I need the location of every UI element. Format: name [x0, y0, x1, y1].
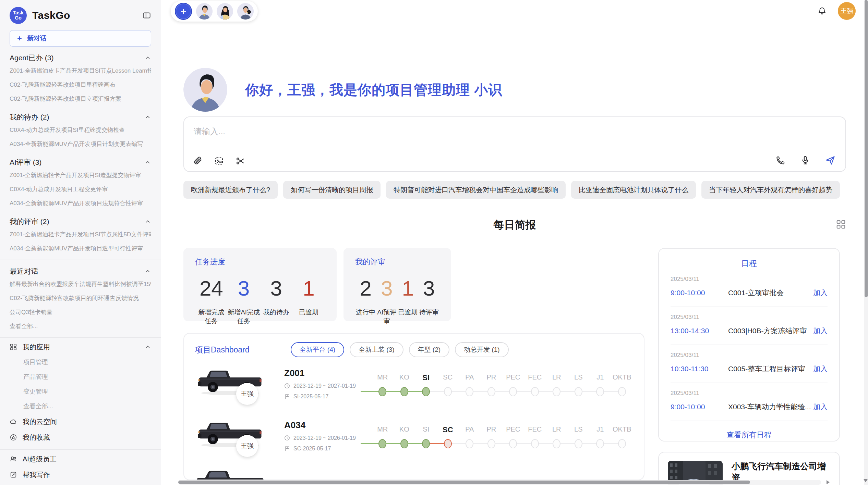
- milestone[interactable]: MR: [372, 373, 394, 396]
- sidebar-item-ai-staff[interactable]: AI超级员工: [10, 451, 151, 467]
- project-row[interactable]: 王强 Z001 2023-12-19 ~ 2027: [184, 358, 644, 410]
- dashboard-tab[interactable]: 年型 (2): [409, 342, 450, 357]
- suggestion-chip[interactable]: 比亚迪全固态电池计划具体说了什么: [571, 181, 696, 199]
- view-all-schedule-link[interactable]: 查看所有日程: [671, 430, 828, 440]
- milestone[interactable]: LR: [546, 373, 568, 396]
- milestone[interactable]: SI: [415, 373, 437, 396]
- conversation-item[interactable]: C0X4-动力总成开发项目工程变更评审: [10, 182, 151, 196]
- member-avatar[interactable]: [196, 3, 213, 20]
- recent-conversation-item[interactable]: C02-飞腾新能源轻客改款项目的闭环通告反馈情况: [10, 291, 151, 305]
- recent-section-header[interactable]: 最近对话: [10, 265, 151, 277]
- attach-icon[interactable]: [193, 156, 203, 166]
- dashboard-tabs: 全新平台 (4)全新上装 (3)年型 (2)动总开发 (1): [291, 342, 509, 357]
- suggestion-chip[interactable]: 特朗普可能对进口汽车增税会对中国车企造成哪些影响: [386, 181, 566, 199]
- milestone[interactable]: PR: [481, 425, 503, 448]
- conversation-item[interactable]: A034-全新新能源MUV产品开发项目造型可行性评审: [10, 241, 151, 256]
- project-row[interactable]: 王强 A034 2023-12-19 ~ 2026: [184, 410, 644, 462]
- panel-toggle-icon[interactable]: [142, 11, 151, 20]
- send-icon[interactable]: [825, 155, 836, 166]
- sidebar-item-draw[interactable]: 创意制图: [10, 483, 151, 485]
- app-link[interactable]: 变更管理: [10, 384, 151, 399]
- event-join-link[interactable]: 加入: [813, 402, 828, 412]
- conversation-item[interactable]: Z001-全新燃油轻卡产品开发项目SI节点属性5D文件评审: [10, 227, 151, 241]
- milestone[interactable]: FEC: [524, 425, 546, 448]
- stat-item: 3 新增AI完成任务: [228, 276, 260, 326]
- layout-grid-icon[interactable]: [836, 219, 846, 229]
- milestone[interactable]: LS: [568, 425, 590, 448]
- horizontal-scrollbar-thumb[interactable]: [178, 481, 750, 484]
- vertical-scrollbar[interactable]: [864, 0, 868, 485]
- scroll-down-arrow[interactable]: [864, 479, 868, 482]
- phone-icon[interactable]: [775, 155, 786, 165]
- conversation-item[interactable]: A034-全新新能源MUV产品开发项目计划变更表编写: [10, 137, 151, 151]
- dashboard-tab[interactable]: 全新平台 (4): [291, 342, 345, 357]
- new-chat-button[interactable]: 新对话: [10, 30, 151, 47]
- dashboard-tab[interactable]: 动总开发 (1): [455, 342, 509, 357]
- milestone[interactable]: FEC: [524, 373, 546, 396]
- milestone[interactable]: KO: [394, 425, 415, 448]
- recent-conversation-item[interactable]: 公司Q3轻卡销量: [10, 305, 151, 319]
- image-icon[interactable]: [214, 156, 224, 166]
- conversation-item[interactable]: C0X4-动力总成开发项目SI里程碑提交物检查: [10, 123, 151, 137]
- milestone[interactable]: SC: [437, 425, 459, 448]
- milestone[interactable]: PR: [481, 373, 503, 396]
- suggestion-chip[interactable]: 如何写一份清晰的项目周报: [283, 181, 381, 199]
- event-join-link[interactable]: 加入: [813, 326, 828, 336]
- milestone[interactable]: OKTB: [611, 425, 633, 448]
- horizontal-scrollbar[interactable]: [178, 480, 821, 485]
- sidebar-item-favorites[interactable]: 我的收藏: [10, 430, 151, 445]
- recent-conversation-item[interactable]: 解释最新出台的欧盟报废车法规再生塑料比例被调至15%...: [10, 277, 151, 291]
- notifications-bell-icon[interactable]: [817, 6, 827, 16]
- milestone-label: OKTB: [613, 425, 631, 436]
- member-avatar[interactable]: [237, 3, 254, 20]
- milestone[interactable]: KO: [394, 373, 415, 396]
- add-member-button[interactable]: [175, 3, 192, 20]
- milestone[interactable]: SC: [437, 373, 459, 396]
- sidebar-item-cloud-space[interactable]: 我的云空间: [10, 414, 151, 430]
- chevron-up-icon[interactable]: [144, 114, 151, 121]
- conversation-item[interactable]: Z001-全新燃油皮卡产品开发项目SI节点Lesson Learn报告: [10, 64, 151, 78]
- chat-input-card[interactable]: 请输入...: [183, 116, 846, 172]
- milestone[interactable]: OKTB: [611, 373, 633, 396]
- scissors-icon[interactable]: [236, 156, 245, 166]
- app-link[interactable]: 查看全部...: [10, 399, 151, 414]
- sidebar-section-header[interactable]: 我的待办 (2): [10, 111, 151, 123]
- app-link[interactable]: 项目管理: [10, 355, 151, 370]
- conversation-item[interactable]: C02-飞腾新能源轻客改款项目里程碑画布: [10, 78, 151, 92]
- chevron-up-icon[interactable]: [144, 268, 151, 275]
- milestone[interactable]: LR: [546, 425, 568, 448]
- sidebar-item-my-apps[interactable]: 我的应用: [10, 339, 151, 355]
- milestone[interactable]: LS: [568, 373, 590, 396]
- app-link[interactable]: 产品管理: [10, 370, 151, 384]
- recent-conversation-item[interactable]: 查看全部...: [10, 319, 151, 333]
- dashboard-tab[interactable]: 全新上装 (3): [350, 342, 403, 357]
- milestone[interactable]: PA: [459, 425, 481, 448]
- chevron-up-icon[interactable]: [144, 344, 151, 350]
- vertical-scrollbar-thumb[interactable]: [865, 0, 868, 297]
- milestone[interactable]: J1: [589, 373, 611, 396]
- milestone[interactable]: MR: [372, 425, 394, 448]
- chevron-up-icon[interactable]: [144, 159, 151, 166]
- sidebar-section-header[interactable]: 我的评审 (2): [10, 216, 151, 227]
- suggestion-chip[interactable]: 欧洲新规最近颁布了什么?: [183, 181, 278, 199]
- event-join-link[interactable]: 加入: [813, 288, 828, 298]
- milestone[interactable]: SI: [415, 425, 437, 448]
- event-join-link[interactable]: 加入: [813, 364, 828, 374]
- conversation-item[interactable]: A034-全新新能源MUV产品开发项目法规符合性评审: [10, 196, 151, 210]
- sidebar-section-header[interactable]: AI评审 (3): [10, 157, 151, 168]
- sidebar-section-header[interactable]: Agent已办 (3): [10, 52, 151, 64]
- suggestion-chip[interactable]: 当下年轻人对汽车外观有怎样的喜好趋势: [701, 181, 840, 199]
- sidebar-item-write[interactable]: 帮我写作: [10, 467, 151, 483]
- microphone-icon[interactable]: [800, 155, 810, 165]
- milestone[interactable]: J1: [589, 425, 611, 448]
- milestone[interactable]: PA: [459, 373, 481, 396]
- chevron-up-icon[interactable]: [144, 218, 151, 225]
- user-avatar[interactable]: 王强: [838, 2, 856, 20]
- milestone[interactable]: PEC: [502, 373, 524, 396]
- conversation-item[interactable]: Z001-全新燃油轻卡产品开发项目SI造型提交物评审: [10, 168, 151, 182]
- conversation-item[interactable]: C02-飞腾新能源轻客改款项目立项汇报方案: [10, 92, 151, 106]
- member-avatar[interactable]: [217, 3, 233, 20]
- milestone[interactable]: PEC: [502, 425, 524, 448]
- scroll-right-arrow[interactable]: [827, 480, 830, 484]
- chevron-up-icon[interactable]: [144, 54, 151, 61]
